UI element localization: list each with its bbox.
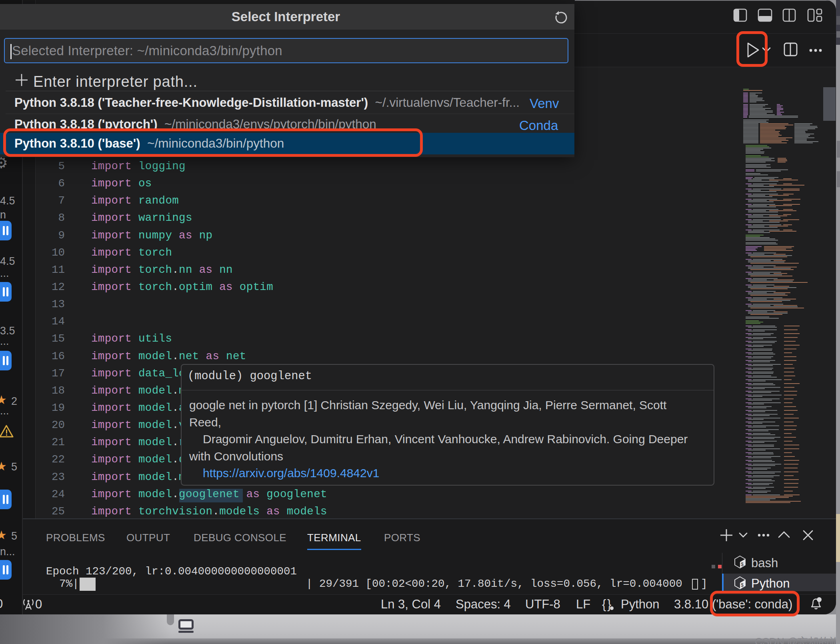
- svg-text:$: $: [741, 562, 744, 568]
- svg-text:$: $: [741, 583, 744, 588]
